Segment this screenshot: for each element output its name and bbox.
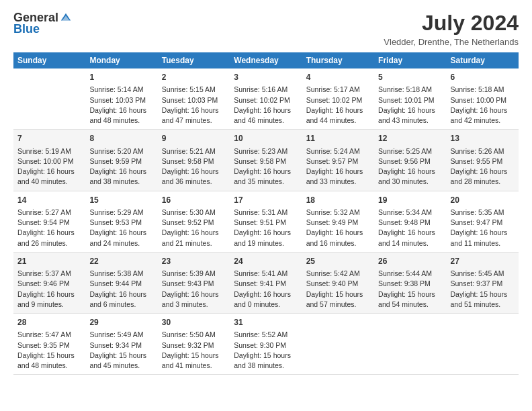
day-number: 10 <box>234 133 298 144</box>
day-number: 2 <box>162 72 226 83</box>
calendar-cell: 10Sunrise: 5:23 AM Sunset: 9:58 PM Dayli… <box>230 130 302 191</box>
calendar-cell: 13Sunrise: 5:26 AM Sunset: 9:55 PM Dayli… <box>447 130 519 191</box>
day-number: 7 <box>17 133 81 144</box>
calendar-cell: 18Sunrise: 5:32 AM Sunset: 9:49 PM Dayli… <box>302 191 374 252</box>
calendar-cell <box>302 314 374 375</box>
day-number: 3 <box>234 72 298 83</box>
day-number: 25 <box>306 256 370 267</box>
day-number: 15 <box>89 195 153 206</box>
calendar-cell: 12Sunrise: 5:25 AM Sunset: 9:56 PM Dayli… <box>374 130 446 191</box>
cell-text: Sunrise: 5:47 AM Sunset: 9:35 PM Dayligh… <box>17 330 81 371</box>
cell-text: Sunrise: 5:15 AM Sunset: 10:03 PM Daylig… <box>162 85 226 126</box>
calendar-cell: 7Sunrise: 5:19 AM Sunset: 10:00 PM Dayli… <box>13 130 85 191</box>
column-header-monday: Monday <box>85 52 157 68</box>
calendar-cell <box>374 314 446 375</box>
day-number: 14 <box>17 195 81 206</box>
cell-text: Sunrise: 5:50 AM Sunset: 9:32 PM Dayligh… <box>162 330 226 371</box>
cell-text: Sunrise: 5:21 AM Sunset: 9:58 PM Dayligh… <box>162 146 226 187</box>
calendar-cell: 30Sunrise: 5:50 AM Sunset: 9:32 PM Dayli… <box>158 314 230 375</box>
calendar-cell: 21Sunrise: 5:37 AM Sunset: 9:46 PM Dayli… <box>13 252 85 313</box>
calendar-header-row: SundayMondayTuesdayWednesdayThursdayFrid… <box>13 52 519 68</box>
day-number: 30 <box>162 317 226 328</box>
calendar-cell <box>13 68 85 130</box>
day-number: 31 <box>234 317 298 328</box>
title-area: July 2024 Vledder, Drenthe, The Netherla… <box>384 11 519 47</box>
calendar-week-row: 21Sunrise: 5:37 AM Sunset: 9:46 PM Dayli… <box>13 252 519 313</box>
location: Vledder, Drenthe, The Netherlands <box>384 37 519 47</box>
cell-text: Sunrise: 5:20 AM Sunset: 9:59 PM Dayligh… <box>89 146 153 187</box>
header: General Blue July 2024 Vledder, Drenthe,… <box>13 11 519 47</box>
cell-text: Sunrise: 5:26 AM Sunset: 9:55 PM Dayligh… <box>451 146 515 187</box>
day-number: 12 <box>378 133 442 144</box>
cell-text: Sunrise: 5:14 AM Sunset: 10:03 PM Daylig… <box>89 85 153 126</box>
calendar-cell: 16Sunrise: 5:30 AM Sunset: 9:52 PM Dayli… <box>158 191 230 252</box>
month-title: July 2024 <box>384 11 519 36</box>
day-number: 27 <box>451 256 515 267</box>
cell-text: Sunrise: 5:27 AM Sunset: 9:54 PM Dayligh… <box>17 208 81 248</box>
cell-text: Sunrise: 5:18 AM Sunset: 10:00 PM Daylig… <box>451 85 515 126</box>
cell-text: Sunrise: 5:18 AM Sunset: 10:01 PM Daylig… <box>378 85 442 126</box>
cell-text: Sunrise: 5:35 AM Sunset: 9:47 PM Dayligh… <box>451 208 515 248</box>
cell-text: Sunrise: 5:30 AM Sunset: 9:52 PM Dayligh… <box>162 208 226 248</box>
cell-text: Sunrise: 5:39 AM Sunset: 9:43 PM Dayligh… <box>162 269 226 310</box>
logo-icon <box>60 12 72 24</box>
calendar-week-row: 1Sunrise: 5:14 AM Sunset: 10:03 PM Dayli… <box>13 68 519 130</box>
day-number: 28 <box>17 317 81 328</box>
day-number: 11 <box>306 133 370 144</box>
cell-text: Sunrise: 5:29 AM Sunset: 9:53 PM Dayligh… <box>89 208 153 248</box>
day-number: 21 <box>17 256 81 267</box>
cell-text: Sunrise: 5:52 AM Sunset: 9:30 PM Dayligh… <box>234 330 298 371</box>
calendar-cell: 11Sunrise: 5:24 AM Sunset: 9:57 PM Dayli… <box>302 130 374 191</box>
column-header-thursday: Thursday <box>302 52 374 68</box>
calendar-cell: 17Sunrise: 5:31 AM Sunset: 9:51 PM Dayli… <box>230 191 302 252</box>
column-header-sunday: Sunday <box>13 52 85 68</box>
column-header-saturday: Saturday <box>447 52 519 68</box>
day-number: 29 <box>89 317 153 328</box>
calendar-cell: 5Sunrise: 5:18 AM Sunset: 10:01 PM Dayli… <box>374 68 446 130</box>
cell-text: Sunrise: 5:17 AM Sunset: 10:02 PM Daylig… <box>306 85 370 126</box>
cell-text: Sunrise: 5:45 AM Sunset: 9:37 PM Dayligh… <box>451 269 515 310</box>
day-number: 26 <box>378 256 442 267</box>
day-number: 13 <box>451 133 515 144</box>
cell-text: Sunrise: 5:23 AM Sunset: 9:58 PM Dayligh… <box>234 146 298 187</box>
day-number: 1 <box>89 72 153 83</box>
calendar-cell: 31Sunrise: 5:52 AM Sunset: 9:30 PM Dayli… <box>230 314 302 375</box>
calendar-table: SundayMondayTuesdayWednesdayThursdayFrid… <box>13 52 519 375</box>
calendar-week-row: 7Sunrise: 5:19 AM Sunset: 10:00 PM Dayli… <box>13 130 519 191</box>
cell-text: Sunrise: 5:44 AM Sunset: 9:38 PM Dayligh… <box>378 269 442 310</box>
calendar-cell: 3Sunrise: 5:16 AM Sunset: 10:02 PM Dayli… <box>230 68 302 130</box>
cell-text: Sunrise: 5:38 AM Sunset: 9:44 PM Dayligh… <box>89 269 153 310</box>
day-number: 22 <box>89 256 153 267</box>
day-number: 17 <box>234 195 298 206</box>
day-number: 19 <box>378 195 442 206</box>
calendar-cell: 6Sunrise: 5:18 AM Sunset: 10:00 PM Dayli… <box>447 68 519 130</box>
cell-text: Sunrise: 5:31 AM Sunset: 9:51 PM Dayligh… <box>234 208 298 248</box>
calendar-cell: 19Sunrise: 5:34 AM Sunset: 9:48 PM Dayli… <box>374 191 446 252</box>
calendar-cell: 4Sunrise: 5:17 AM Sunset: 10:02 PM Dayli… <box>302 68 374 130</box>
day-number: 6 <box>451 72 515 83</box>
column-header-wednesday: Wednesday <box>230 52 302 68</box>
calendar-cell: 14Sunrise: 5:27 AM Sunset: 9:54 PM Dayli… <box>13 191 85 252</box>
day-number: 23 <box>162 256 226 267</box>
cell-text: Sunrise: 5:16 AM Sunset: 10:02 PM Daylig… <box>234 85 298 126</box>
calendar-week-row: 14Sunrise: 5:27 AM Sunset: 9:54 PM Dayli… <box>13 191 519 252</box>
calendar-cell <box>447 314 519 375</box>
calendar-cell: 27Sunrise: 5:45 AM Sunset: 9:37 PM Dayli… <box>447 252 519 313</box>
day-number: 16 <box>162 195 226 206</box>
calendar-cell: 25Sunrise: 5:42 AM Sunset: 9:40 PM Dayli… <box>302 252 374 313</box>
column-header-friday: Friday <box>374 52 446 68</box>
column-header-tuesday: Tuesday <box>158 52 230 68</box>
day-number: 9 <box>162 133 226 144</box>
calendar-cell: 24Sunrise: 5:41 AM Sunset: 9:41 PM Dayli… <box>230 252 302 313</box>
calendar-cell: 23Sunrise: 5:39 AM Sunset: 9:43 PM Dayli… <box>158 252 230 313</box>
day-number: 5 <box>378 72 442 83</box>
day-number: 18 <box>306 195 370 206</box>
day-number: 20 <box>451 195 515 206</box>
cell-text: Sunrise: 5:49 AM Sunset: 9:34 PM Dayligh… <box>89 330 153 371</box>
calendar-week-row: 28Sunrise: 5:47 AM Sunset: 9:35 PM Dayli… <box>13 314 519 375</box>
calendar-cell: 1Sunrise: 5:14 AM Sunset: 10:03 PM Dayli… <box>85 68 157 130</box>
cell-text: Sunrise: 5:32 AM Sunset: 9:49 PM Dayligh… <box>306 208 370 248</box>
cell-text: Sunrise: 5:24 AM Sunset: 9:57 PM Dayligh… <box>306 146 370 187</box>
calendar-cell: 15Sunrise: 5:29 AM Sunset: 9:53 PM Dayli… <box>85 191 157 252</box>
logo-blue-text: Blue <box>13 22 40 36</box>
